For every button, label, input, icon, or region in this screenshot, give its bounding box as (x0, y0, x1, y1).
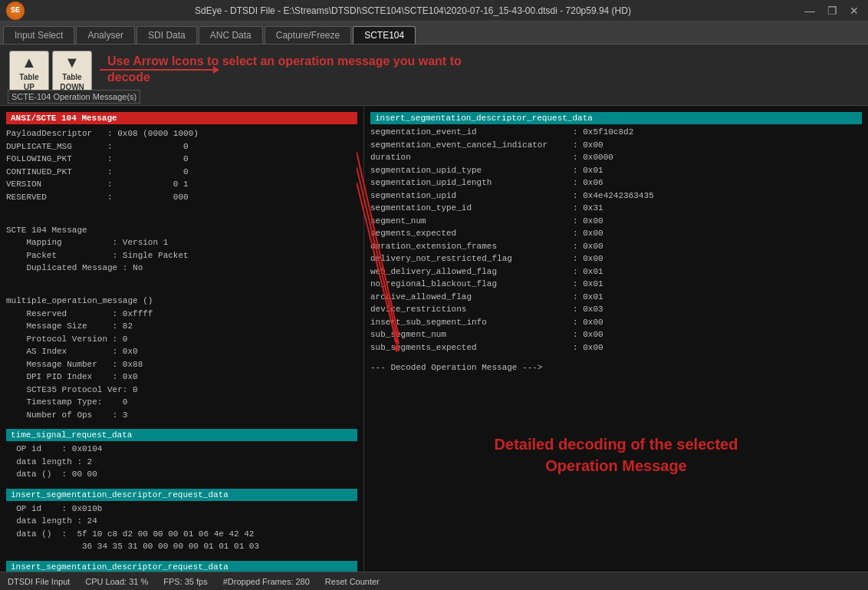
right-main-header: insert_segmentation_descriptor_request_d… (370, 112, 862, 124)
ts-data-length: data length : 2 (6, 456, 357, 469)
toolbar-buttons: ▲ Table UP ▼ Table DOWN (9, 51, 92, 94)
ts-op-id: OP id : 0x0104 (6, 443, 357, 456)
right-field-6: segmentation_type_id : 0x31 (370, 202, 862, 215)
status-cpu: CPU Load: 31 % (85, 577, 148, 586)
statusbar: DTSDI File Input CPU Load: 31 % FPS: 35 … (0, 572, 868, 590)
toolbar: ▲ Table UP ▼ Table DOWN Use Arrow Icons … (0, 44, 868, 106)
seg1-op-id: OP id : 0x010b (6, 503, 357, 516)
status-fps: FPS: 35 fps (163, 577, 207, 586)
right-field-7: segment_num : 0x00 (370, 215, 862, 228)
maximize-button[interactable]: ❐ (824, 5, 840, 17)
right-fields: segmentation_event_id : 0x5f10c8d2segmen… (370, 126, 862, 354)
insert-seg-header-1: insert_segmentation_descriptor_request_d… (6, 489, 357, 501)
timestamp-type: Timestamp Type: 0 (6, 396, 357, 409)
right-field-15: insert_sub_segment_info : 0x00 (370, 316, 862, 329)
spacer1 (6, 282, 357, 295)
tabbar: Input Select Analyser SDI Data ANC Data … (0, 21, 868, 44)
proto-ver: Protocol Version : 0 (6, 333, 357, 346)
reserved-val: Reserved : 0xffff (6, 308, 357, 321)
app-logo: SE (6, 2, 25, 20)
reserved-line: RESERVED : 000 (6, 191, 357, 204)
ts-data: data () : 00 00 (6, 468, 357, 481)
reset-counter-button[interactable]: Reset Counter (325, 577, 380, 586)
right-field-12: no_regional_blackout_flag : 0x01 (370, 278, 862, 291)
titlebar: SE SdEye - DTSDI File - E:\Streams\DTSDI… (0, 0, 868, 21)
msg-number: Message Number : 0x88 (6, 358, 357, 371)
right-field-13: archive_allowed_flag : 0x01 (370, 291, 862, 304)
time-signal-header: time_signal_request_data (6, 429, 357, 441)
ansi-block: ANSI/SCTE 104 Message PayloadDescriptor … (6, 112, 357, 203)
tab-analyser[interactable]: Analyser (76, 26, 135, 44)
as-index: AS Index : 0x0 (6, 345, 357, 358)
tab-sdi-data[interactable]: SDI Data (136, 26, 197, 44)
ansi-header: ANSI/SCTE 104 Message (6, 112, 357, 124)
right-panel[interactable]: insert_segmentation_descriptor_request_d… (364, 106, 868, 572)
right-field-10: delivery_not_restricted_flag : 0x00 (370, 252, 862, 265)
right-field-4: segmentation_upid_length : 0x06 (370, 176, 862, 190)
right-field-17: sub_segments_expected : 0x00 (370, 341, 862, 354)
seg1-data-1: data () : 5f 10 c8 d2 00 00 00 01 06 4e … (6, 528, 357, 541)
right-field-9: duration_extension_frames : 0x00 (370, 240, 862, 253)
right-field-11: web_delivery_allowed_flag : 0x01 (370, 265, 862, 279)
payload-descriptor-line: PayloadDescriptor : 0x08 (0000 1000) (6, 127, 357, 140)
table-up-label-1: Table (19, 73, 38, 81)
titlebar-title: SdEye - DTSDI File - E:\Streams\DTSDI\SC… (25, 5, 801, 16)
insert-seg-header-2: insert_segmentation_descriptor_request_d… (6, 561, 357, 572)
arrow-up-icon: ▲ (21, 54, 37, 71)
right-field-3: segmentation_upid_type : 0x01 (370, 164, 862, 177)
packet-line: Packet : Single Packet (6, 249, 357, 262)
mapping-line: Mapping : Version 1 (6, 236, 357, 249)
scte104-header: SCTE 104 Message (6, 224, 357, 237)
scte104-msg-label (6, 211, 357, 224)
toolbar-label: SCTE-104 Operation Message(s) (8, 90, 140, 104)
version-line: VERSION : 0 1 (6, 178, 357, 191)
dpi-pid: DPI PID Index : 0x0 (6, 371, 357, 384)
table-up-button[interactable]: ▲ Table UP (9, 51, 49, 94)
num-ops: Number of Ops : 3 (6, 409, 357, 422)
right-field-0: segmentation_event_id : 0x5f10c8d2 (370, 126, 862, 139)
status-input: DTSDI File Input (8, 577, 70, 586)
titlebar-controls: — ❐ ✕ (801, 5, 862, 17)
time-signal-block: time_signal_request_data OP id : 0x0104 … (6, 429, 357, 481)
continued-pkt-line: CONTINUED_PKT : 0 (6, 166, 357, 179)
tab-scte104[interactable]: SCTE104 (353, 26, 416, 44)
scte104-block: SCTE 104 Message Mapping : Version 1 Pac… (6, 211, 357, 275)
msg-size: Message Size : 82 (6, 320, 357, 333)
close-button[interactable]: ✕ (847, 5, 862, 17)
right-field-8: segments_expected : 0x00 (370, 227, 862, 240)
decoded-msg-text: --- Decoded Operation Message ---> (370, 363, 862, 372)
detail-text: Detailed decoding of the selectedOperati… (370, 433, 862, 476)
tab-capture-freeze[interactable]: Capture/Freeze (265, 26, 351, 44)
right-field-14: device_restrictions : 0x03 (370, 303, 862, 316)
status-dropped: #Dropped Frames: 280 (223, 577, 310, 586)
insert-seg-block-1: insert_segmentation_descriptor_request_d… (6, 489, 357, 553)
scte35-proto: SCTE35 Protocol Ver: 0 (6, 384, 357, 397)
seg1-data-2: 36 34 35 31 00 00 00 00 01 01 01 03 (6, 540, 357, 553)
table-down-button[interactable]: ▼ Table DOWN (52, 51, 92, 94)
left-panel[interactable]: ANSI/SCTE 104 Message PayloadDescriptor … (0, 106, 364, 572)
insert-seg-block-2: insert_segmentation_descriptor_request_d… (6, 561, 357, 572)
right-field-2: duration : 0x0000 (370, 151, 862, 164)
right-field-16: sub_segment_num : 0x00 (370, 328, 862, 341)
seg1-data-length: data length : 24 (6, 515, 357, 528)
right-header-block: insert_segmentation_descriptor_request_d… (370, 112, 862, 354)
multi-op-block: multiple_operation_message () Reserved :… (6, 282, 357, 422)
duplicated-line: Duplicated Message : No (6, 262, 357, 275)
content-wrapper: ANSI/SCTE 104 Message PayloadDescriptor … (0, 106, 868, 572)
tab-anc-data[interactable]: ANC Data (199, 26, 263, 44)
multi-op-label: multiple_operation_message () (6, 295, 357, 308)
following-pkt-line: FOLLOWING_PKT : 0 (6, 153, 357, 166)
right-field-1: segmentation_event_cancel_indicator : 0x… (370, 139, 862, 152)
duplicate-msg-line: DUPLICATE_MSG : 0 (6, 140, 357, 153)
table-down-label-1: Table (62, 73, 81, 81)
arrow-down-icon: ▼ (64, 54, 80, 71)
arrow-line (100, 69, 219, 71)
tab-input-select[interactable]: Input Select (3, 26, 74, 44)
minimize-button[interactable]: — (801, 5, 818, 17)
right-field-5: segmentation_upid : 0x4e4242363435 (370, 190, 862, 203)
